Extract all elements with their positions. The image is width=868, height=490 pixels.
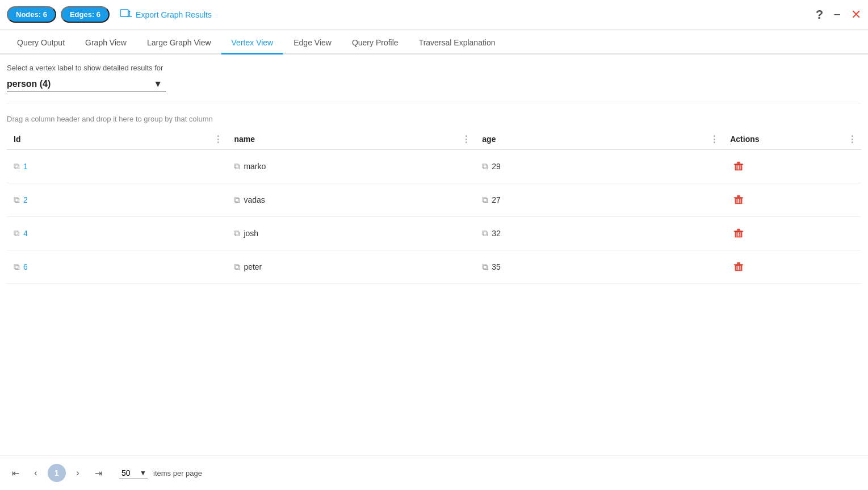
age-value: 35 — [492, 262, 501, 271]
cell-actions-1 — [723, 150, 861, 183]
tab-vertex-view[interactable]: Vertex View — [221, 32, 284, 55]
copy-name-icon[interactable] — [234, 228, 240, 238]
prev-page-button[interactable]: ‹ — [27, 464, 44, 481]
column-menu-id[interactable]: ⋮ — [213, 134, 223, 145]
cell-age-2: 27 — [475, 183, 723, 217]
svg-rect-16 — [737, 229, 740, 231]
table-row: 6 peter 35 — [7, 250, 861, 284]
vertex-select-row: person (4) software (2) ▼ — [7, 77, 861, 91]
column-header-id[interactable]: Id ⋮ — [7, 129, 227, 150]
cell-age-1: 29 — [475, 150, 723, 183]
svg-rect-4 — [737, 162, 740, 164]
id-link[interactable]: 1 — [23, 162, 28, 171]
cell-name-2: vadas — [227, 183, 475, 217]
tab-large-graph-view[interactable]: Large Graph View — [137, 32, 221, 55]
copy-name-icon[interactable] — [234, 262, 240, 272]
copy-id-icon[interactable] — [14, 228, 20, 238]
svg-rect-10 — [737, 195, 740, 198]
column-header-actions: Actions ⋮ — [723, 129, 861, 150]
svg-rect-11 — [734, 197, 744, 198]
copy-age-icon[interactable] — [482, 195, 488, 205]
column-menu-actions[interactable]: ⋮ — [848, 134, 857, 145]
cell-id-2: 2 — [7, 183, 227, 217]
next-page-button[interactable]: › — [69, 464, 86, 481]
vertex-label-select[interactable]: person (4) software (2) — [7, 77, 166, 91]
id-link[interactable]: 2 — [23, 195, 28, 204]
delete-button-6[interactable] — [730, 258, 747, 275]
window-controls: ? − ✕ — [816, 7, 861, 22]
name-value: vadas — [244, 195, 265, 204]
copy-age-icon[interactable] — [482, 228, 488, 238]
svg-rect-17 — [734, 231, 744, 232]
id-link[interactable]: 4 — [23, 229, 28, 238]
cell-actions-4 — [723, 217, 861, 250]
export-label: Export Graph Results — [136, 10, 212, 19]
tab-bar: Query Output Graph View Large Graph View… — [0, 30, 868, 55]
trash-icon — [732, 194, 745, 206]
svg-rect-0 — [120, 10, 128, 16]
first-page-button[interactable]: ⇤ — [7, 464, 24, 481]
id-link[interactable]: 6 — [23, 262, 28, 271]
delete-button-2[interactable] — [730, 191, 747, 208]
cell-id-6: 6 — [7, 250, 227, 284]
trash-icon — [732, 261, 745, 273]
items-per-page-control: 10 25 50 100 ▼ items per page — [119, 467, 202, 479]
drag-hint: Drag a column header and drop it here to… — [7, 103, 861, 123]
trash-icon — [732, 160, 745, 173]
vertex-view-content: Select a vertex label to show detailed r… — [0, 55, 868, 284]
cell-age-6: 35 — [475, 250, 723, 284]
name-value: marko — [244, 162, 266, 171]
main-content: Select a vertex label to show detailed r… — [0, 55, 868, 490]
tab-traversal-explanation[interactable]: Traversal Explanation — [409, 32, 506, 55]
tab-graph-view[interactable]: Graph View — [75, 32, 137, 55]
items-per-page-label: items per page — [153, 469, 202, 478]
items-per-page-wrapper: 10 25 50 100 ▼ — [119, 467, 148, 479]
column-menu-name[interactable]: ⋮ — [462, 134, 471, 145]
nodes-badge[interactable]: Nodes: 6 — [7, 6, 56, 23]
cell-name-6: peter — [227, 250, 475, 284]
table-row: 1 marko 29 — [7, 150, 861, 183]
current-page-indicator[interactable]: 1 — [48, 464, 66, 482]
cell-age-4: 32 — [475, 217, 723, 250]
name-value: josh — [244, 229, 258, 238]
age-value: 27 — [492, 195, 501, 204]
copy-id-icon[interactable] — [14, 195, 20, 205]
tab-edge-view[interactable]: Edge View — [283, 32, 342, 55]
close-icon[interactable]: ✕ — [851, 7, 861, 22]
help-icon[interactable]: ? — [816, 7, 823, 22]
cell-id-4: 4 — [7, 217, 227, 250]
column-header-age[interactable]: age ⋮ — [475, 129, 723, 150]
copy-age-icon[interactable] — [482, 161, 488, 171]
delete-button-4[interactable] — [730, 225, 747, 242]
vertex-label-hint: Select a vertex label to show detailed r… — [7, 64, 861, 72]
copy-id-icon[interactable] — [14, 161, 20, 171]
cell-id-1: 1 — [7, 150, 227, 183]
table-row: 2 vadas 27 — [7, 183, 861, 217]
age-value: 32 — [492, 229, 501, 238]
trash-icon — [732, 227, 745, 240]
tab-query-profile[interactable]: Query Profile — [342, 32, 409, 55]
last-page-button[interactable]: ⇥ — [90, 464, 107, 481]
copy-age-icon[interactable] — [482, 262, 488, 272]
export-button[interactable]: Export Graph Results — [120, 7, 212, 22]
minimize-icon[interactable]: − — [833, 7, 841, 22]
pagination-bar: ⇤ ‹ 1 › ⇥ 10 25 50 100 ▼ items per page — [0, 455, 868, 490]
items-per-page-select[interactable]: 10 25 50 100 — [119, 467, 148, 479]
column-header-name[interactable]: name ⋮ — [227, 129, 475, 150]
column-menu-age[interactable]: ⋮ — [710, 134, 719, 145]
cell-actions-2 — [723, 183, 861, 217]
tab-query-output[interactable]: Query Output — [7, 32, 75, 55]
export-icon — [120, 7, 132, 22]
delete-button-1[interactable] — [730, 158, 747, 175]
cell-actions-6 — [723, 250, 861, 284]
copy-id-icon[interactable] — [14, 262, 20, 272]
data-table: Id ⋮ name ⋮ age ⋮ Actions — [7, 129, 861, 284]
edges-badge[interactable]: Edges: 6 — [61, 6, 110, 23]
name-value: peter — [244, 262, 262, 271]
cell-name-1: marko — [227, 150, 475, 183]
copy-name-icon[interactable] — [234, 161, 240, 171]
copy-name-icon[interactable] — [234, 195, 240, 205]
age-value: 29 — [492, 162, 501, 171]
vertex-select-wrapper: person (4) software (2) ▼ — [7, 77, 166, 91]
data-table-wrapper[interactable]: Id ⋮ name ⋮ age ⋮ Actions — [7, 129, 861, 284]
